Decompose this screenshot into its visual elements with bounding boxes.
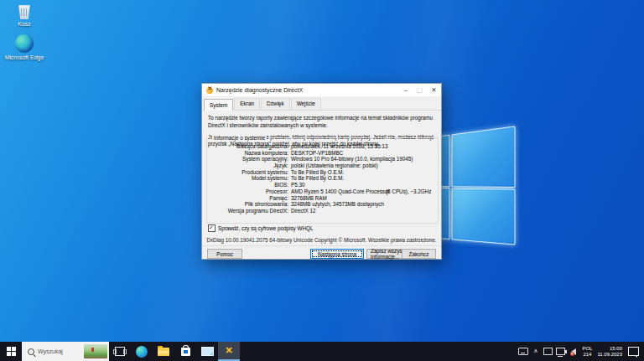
desktop-icon-microsoft-edge[interactable]: Microsoft Edge bbox=[0, 34, 49, 60]
taskbar-edge-button[interactable] bbox=[131, 342, 153, 361]
help-button[interactable]: Pomoc bbox=[207, 249, 242, 259]
clock[interactable]: 15:00 11.09.2023 bbox=[595, 346, 625, 358]
info-label: System operacyjny: bbox=[207, 156, 291, 162]
info-label: Procesor: bbox=[207, 188, 291, 195]
search-box[interactable]: Wyszukaj bbox=[22, 342, 109, 361]
tab[interactable]: Ekran bbox=[234, 98, 260, 110]
clock-date: 11.09.2023 bbox=[597, 352, 622, 358]
groupbox-title: Informacje o systemie bbox=[212, 135, 267, 141]
info-value: polski (Ustawienia regionalne: polski) bbox=[291, 162, 386, 169]
tab[interactable]: Wejście bbox=[291, 98, 321, 110]
info-row: Język: polski (Ustawienia regionalne: po… bbox=[207, 162, 438, 169]
dxdiag-window: Narzędzie diagnostyczne DirectX – ▢ ✕ Sy… bbox=[201, 83, 442, 260]
whql-checkbox-label: Sprawdź, czy są cyfrowe podpisy WHQL bbox=[218, 225, 313, 231]
taskbar-file-explorer-button[interactable] bbox=[153, 342, 174, 361]
next-page-button[interactable]: Następna strona bbox=[310, 249, 364, 259]
info-row: BIOS: P5.30 bbox=[207, 182, 438, 188]
info-label: Model systemu: bbox=[207, 175, 291, 182]
desktop-icon-recycle-bin[interactable]: Kosz bbox=[0, 3, 49, 27]
task-view-button[interactable] bbox=[109, 342, 131, 361]
info-row: Bieżąca data/godzina: poniedziałek, 11 w… bbox=[207, 143, 438, 150]
desktop-icon-label: Microsoft Edge bbox=[0, 54, 49, 60]
show-hidden-icons-button[interactable]: ∧ bbox=[529, 348, 542, 355]
info-value: To Be Filled By O.E.M. bbox=[291, 175, 386, 182]
system-info-rows: Bieżąca data/godzina: poniedziałek, 11 w… bbox=[207, 143, 438, 214]
window-title: Narzędzie diagnostyczne DirectX bbox=[216, 87, 398, 93]
edge-icon bbox=[15, 34, 34, 53]
intro-paragraph-1: To narzędzie tworzy raporty zawierające … bbox=[208, 115, 435, 130]
exit-button[interactable]: Zakończ bbox=[402, 249, 436, 259]
info-row: Pamięć: 32768MB RAM bbox=[207, 195, 438, 202]
info-value: 3248MB użytych, 34573MB dostępnych bbox=[291, 201, 386, 208]
info-value: DirectX 12 bbox=[291, 208, 386, 214]
search-highlight-image[interactable] bbox=[84, 344, 107, 358]
close-button[interactable]: ✕ bbox=[427, 84, 441, 96]
touch-keyboard-button[interactable] bbox=[517, 348, 529, 355]
edge-icon bbox=[136, 346, 148, 358]
minimize-button[interactable]: – bbox=[398, 84, 413, 96]
language-code: POL bbox=[582, 346, 592, 352]
taskbar-spacer bbox=[240, 342, 517, 361]
dxdiag-version-line: DxDiag 10.00.19041.2075 64-bitowy Unicod… bbox=[202, 237, 441, 243]
system-info-groupbox: Informacje o systemie Bieżąca data/godzi… bbox=[206, 137, 439, 224]
start-button[interactable] bbox=[0, 342, 22, 361]
checkbox-checked-icon[interactable] bbox=[208, 224, 216, 232]
task-view-icon bbox=[115, 347, 125, 356]
info-row: Wersja programu DirectX: DirectX 12 bbox=[207, 208, 438, 214]
tab-bar: SystemEkranDźwiękWejście bbox=[202, 96, 441, 111]
info-extra: (8 CPUs), ~3.2GHz bbox=[386, 188, 431, 195]
info-label: Bieżąca data/godzina: bbox=[207, 143, 291, 150]
mail-icon bbox=[201, 347, 214, 356]
info-value: poniedziałek, 11 września 2023, 15:55:13 bbox=[291, 143, 386, 150]
microsoft-store-icon bbox=[181, 348, 190, 356]
tab[interactable]: Dźwięk bbox=[261, 98, 290, 110]
tab[interactable]: System bbox=[204, 99, 233, 111]
search-icon bbox=[28, 348, 34, 355]
dxdiag-app-icon bbox=[206, 87, 213, 94]
titlebar[interactable]: Narzędzie diagnostyczne DirectX – ▢ ✕ bbox=[202, 84, 441, 96]
info-label: Nazwa komputera: bbox=[207, 150, 291, 157]
maximize-button: ▢ bbox=[413, 84, 427, 96]
dxdiag-app-icon: ✕ bbox=[225, 346, 232, 355]
taskbar: Wyszukaj ✕ ∧ POL 214 15:00 11.09.2023 bbox=[0, 342, 644, 361]
info-label: BIOS: bbox=[207, 182, 291, 188]
info-label: Język: bbox=[207, 162, 291, 169]
language-indicator[interactable]: POL 214 bbox=[579, 346, 595, 358]
taskbar-store-button[interactable] bbox=[174, 342, 196, 361]
info-row: Nazwa komputera: DESKTOP-VP1BMBC bbox=[207, 150, 438, 157]
info-row: Model systemu: To Be Filled By O.E.M. bbox=[207, 175, 438, 182]
windows-start-icon bbox=[7, 347, 16, 356]
info-row: Producent systemu: To Be Filled By O.E.M… bbox=[207, 169, 438, 176]
search-placeholder: Wyszukaj bbox=[38, 348, 84, 354]
desktop-icon-label: Kosz bbox=[0, 21, 49, 27]
info-value: P5.30 bbox=[291, 182, 386, 188]
info-value: AMD Ryzen 5 1400 Quad-Core Processor bbox=[291, 188, 386, 195]
info-label: Plik stronicowania: bbox=[207, 201, 291, 208]
recycle-bin-icon bbox=[18, 3, 31, 19]
touch-keyboard-icon bbox=[518, 348, 528, 355]
system-tray: ∧ POL 214 15:00 11.09.2023 bbox=[517, 342, 644, 361]
whql-checkbox-row[interactable]: Sprawdź, czy są cyfrowe podpisy WHQL bbox=[208, 224, 313, 232]
button-separator bbox=[202, 245, 441, 246]
info-value: 32768MB RAM bbox=[291, 195, 386, 202]
taskbar-dxdiag-active-button[interactable]: ✕ bbox=[218, 342, 240, 361]
chevron-up-icon: ∧ bbox=[533, 348, 538, 354]
info-row: Procesor: AMD Ryzen 5 1400 Quad-Core Pro… bbox=[207, 188, 438, 195]
info-row: System operacyjny: Windows 10 Pro 64-bit… bbox=[207, 156, 438, 162]
volume-muted-button[interactable] bbox=[567, 348, 579, 355]
info-value: DESKTOP-VP1BMBC bbox=[291, 150, 386, 157]
info-label: Wersja programu DirectX: bbox=[207, 208, 291, 214]
info-row: Plik stronicowania: 3248MB użytych, 3457… bbox=[207, 201, 438, 208]
info-label: Producent systemu: bbox=[207, 169, 291, 176]
tray-display-button[interactable] bbox=[542, 348, 554, 355]
clock-time: 15:00 bbox=[597, 346, 622, 352]
info-label: Pamięć: bbox=[207, 195, 291, 202]
info-value: To Be Filled By O.E.M. bbox=[291, 169, 386, 176]
action-center-button[interactable] bbox=[628, 347, 639, 356]
info-value: Windows 10 Pro 64-bitowy (10.0, kompilac… bbox=[291, 156, 386, 162]
file-explorer-icon bbox=[158, 348, 169, 356]
display-icon bbox=[543, 348, 553, 355]
keyboard-layout-code: 214 bbox=[582, 352, 592, 358]
desktop: { "desktop": { "icons": [ { "label": "Ko… bbox=[0, 0, 644, 361]
taskbar-mail-button[interactable] bbox=[196, 342, 218, 361]
